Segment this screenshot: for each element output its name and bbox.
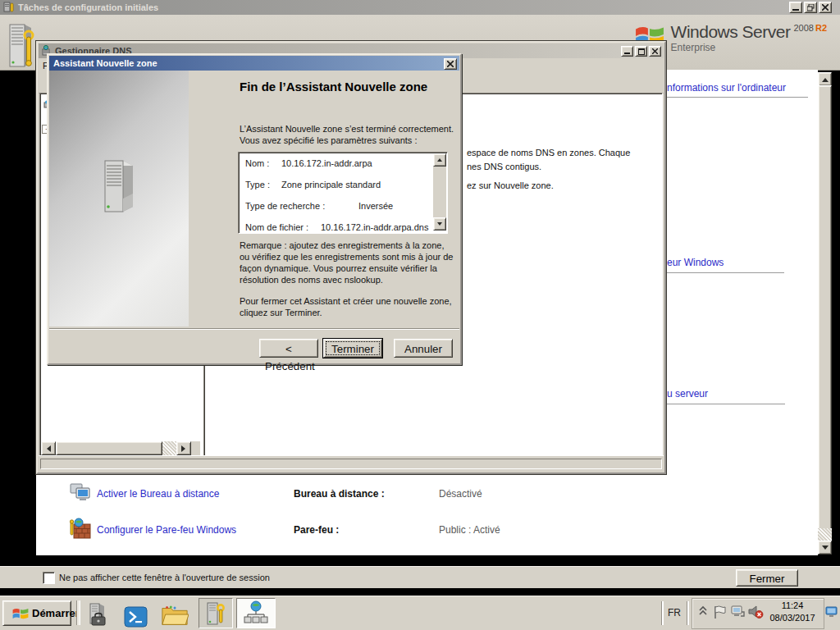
explorer-folder-icon[interactable]	[161, 602, 189, 628]
summary-label: Type de recherche :	[245, 201, 325, 211]
summary-label: Nom de fichier :	[245, 222, 308, 232]
scroll-left-icon[interactable]	[41, 441, 56, 455]
close-window-button[interactable]: Fermer	[736, 569, 798, 587]
link-configure-firewall[interactable]: Configurer le Pare-feu Windows	[97, 524, 236, 536]
dont-show-checkbox[interactable]	[43, 572, 55, 584]
firewall-label: Pare-feu :	[294, 524, 339, 536]
clock-date: 08/03/2017	[766, 612, 819, 624]
dont-show-label: Ne pas afficher cette fenêtre à l'ouvert…	[59, 573, 270, 582]
summary-scrollbar[interactable]	[433, 153, 446, 231]
scrollbar-track[interactable]	[818, 528, 832, 541]
scroll-down-icon[interactable]	[433, 217, 446, 231]
tray-separator	[661, 601, 664, 625]
cancel-button[interactable]: Annuler	[394, 339, 453, 358]
ict-footer-bar: Ne pas afficher cette fenêtre à l'ouvert…	[0, 566, 840, 588]
clock-time: 11:24	[766, 600, 819, 612]
show-desktop-icon[interactable]	[825, 606, 838, 619]
ict-vertical-scrollbar[interactable]	[818, 72, 832, 555]
taskbar-item-initial-config[interactable]	[199, 598, 233, 628]
minimize-icon[interactable]	[621, 46, 633, 57]
link-customize-server[interactable]: u serveur	[667, 388, 708, 399]
maximize-icon[interactable]	[635, 46, 647, 57]
dns-tree-hscrollbar[interactable]	[41, 441, 200, 455]
wizard-closing-text: Pour fermer cet Assistant et créer une n…	[240, 295, 454, 318]
tray-clock[interactable]: 11:24 08/03/2017	[766, 600, 819, 624]
summary-label: Type :	[245, 180, 270, 189]
desktop: Tâches de configuration initiales	[0, 0, 840, 630]
remote-desktop-value: Désactivé	[439, 488, 482, 500]
dns-text-line: ez sur Nouvelle zone.	[467, 180, 554, 190]
summary-label: Nom :	[245, 158, 269, 168]
back-button[interactable]: < Précédent	[259, 339, 318, 358]
chevron-up-icon[interactable]	[698, 605, 708, 618]
scroll-up-icon[interactable]	[818, 72, 832, 86]
powershell-icon[interactable]	[121, 604, 149, 630]
restore-icon[interactable]	[804, 2, 817, 13]
summary-value: Zone principale standard	[281, 180, 381, 189]
remote-desktop-icon	[70, 482, 92, 504]
section-divider	[666, 272, 784, 273]
summary-value: 10.16.172.in-addr.arpa	[281, 158, 372, 168]
close-icon[interactable]	[819, 2, 832, 13]
remote-desktop-label: Bureau à distance :	[294, 488, 385, 500]
dns-text-line: nes DNS contigus.	[467, 162, 541, 171]
firewall-icon	[70, 518, 92, 541]
summary-row: Type : Zone principale standard	[239, 177, 447, 194]
tray-separator	[687, 601, 689, 625]
summary-value: 10.16.172.in-addr.arpa.dns	[321, 222, 429, 232]
wizard-intro-text: L’Assistant Nouvelle zone s’est terminé …	[240, 123, 454, 146]
link-computer-info[interactable]: nformations sur l'ordinateur	[667, 82, 786, 94]
close-icon[interactable]	[444, 58, 457, 70]
close-icon[interactable]	[649, 46, 661, 57]
wizard-titlebar[interactable]: Assistant Nouvelle zone	[49, 56, 459, 71]
taskbar: Démarrer	[0, 596, 840, 630]
section-divider	[666, 404, 785, 404]
volume-muted-icon[interactable]	[747, 605, 764, 621]
scrollbar-thumb[interactable]	[818, 85, 832, 530]
firewall-value: Public : Activé	[439, 524, 500, 536]
ict-window-icon	[3, 2, 15, 15]
link-enable-remote-desktop[interactable]: Activer le Bureau à distance	[97, 488, 219, 500]
summary-row: Type de recherche : Inversée	[239, 199, 447, 215]
scroll-up-icon[interactable]	[433, 153, 446, 167]
summary-value: Inversée	[358, 201, 393, 211]
finish-button[interactable]: Terminer	[323, 339, 382, 358]
network-icon[interactable]	[730, 605, 746, 621]
scrollbar-track[interactable]	[162, 441, 176, 455]
wizard-note-text: Remarque : ajoutez des enregistrements à…	[240, 240, 454, 285]
ict-window-titlebar: Tâches de configuration initiales	[0, 0, 840, 15]
summary-row: Nom : 10.16.172.in-addr.arpa	[239, 156, 447, 172]
scroll-down-icon[interactable]	[818, 541, 832, 555]
wizard-sidebar-art	[49, 71, 189, 326]
start-label: Démarrer	[32, 607, 80, 619]
wizard-button-row: < Précédent Terminer Annuler	[49, 328, 459, 365]
action-center-flag-icon[interactable]	[712, 605, 727, 621]
start-flag-icon	[12, 606, 29, 621]
server-manager-icon[interactable]	[84, 602, 112, 628]
dns-text-line: espace de noms DNS en zones. Chaque	[467, 148, 630, 158]
scrollbar-thumb[interactable]	[56, 441, 162, 455]
wizard-heading: Fin de l’Assistant Nouvelle zone	[240, 80, 454, 94]
start-button[interactable]: Démarrer	[2, 600, 71, 626]
brand-name: Windows Server	[671, 22, 791, 41]
wizard-summary-box: Nom : 10.16.172.in-addr.arpa Type : Zone…	[238, 152, 448, 234]
minimize-icon[interactable]	[789, 2, 802, 13]
link-update-windows[interactable]: eur Windows	[667, 257, 724, 268]
quick-launch-separator[interactable]	[76, 600, 80, 625]
language-indicator[interactable]: FR	[668, 607, 681, 619]
section-divider	[666, 97, 808, 98]
wizard-title: Assistant Nouvelle zone	[53, 58, 158, 68]
brand-r2: R2	[815, 23, 827, 33]
new-zone-wizard-dialog: Assistant Nouvelle zone	[47, 53, 462, 365]
server-wrench-icon	[7, 22, 38, 71]
summary-row: Nom de fichier : 10.16.172.in-addr.arpa.…	[239, 220, 447, 236]
taskbar-item-dns-manager[interactable]	[236, 598, 276, 628]
wizard-server-icon	[100, 159, 138, 217]
brand-edition: Enterprise	[671, 43, 827, 52]
ict-window-title: Tâches de configuration initiales	[18, 2, 158, 12]
brand-year: 2008	[793, 23, 813, 33]
dns-status-bar	[39, 455, 664, 471]
scroll-right-icon[interactable]	[176, 441, 191, 455]
